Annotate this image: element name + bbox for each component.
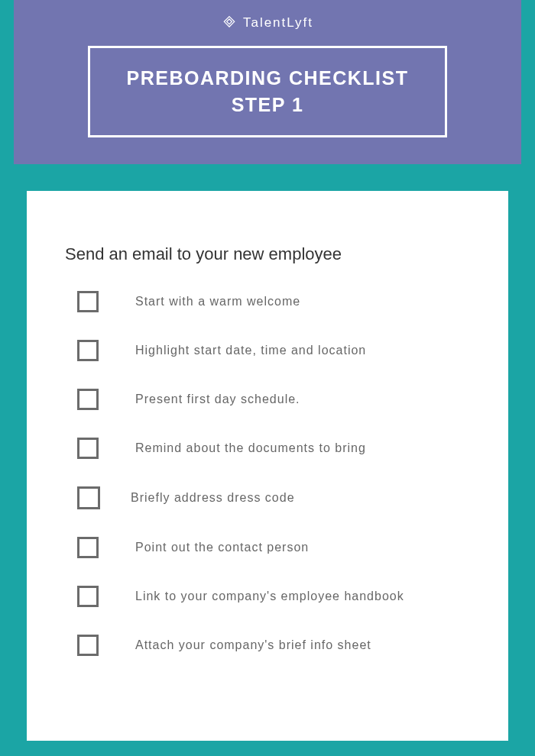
item-label: Link to your company's employee handbook (135, 590, 404, 603)
header-band: TalentLyft PREBOARDING CHECKLIST STEP 1 (14, 0, 521, 164)
title-line-1: PREBOARDING CHECKLIST (98, 65, 437, 92)
checkbox-icon[interactable] (77, 486, 100, 509)
checkbox-icon[interactable] (77, 340, 99, 361)
item-label: Point out the contact person (135, 541, 309, 554)
list-item: Point out the contact person (65, 537, 470, 558)
checkbox-icon[interactable] (77, 291, 99, 312)
list-item: Start with a warm welcome (65, 291, 470, 312)
checkbox-icon[interactable] (77, 389, 99, 410)
item-label: Highlight start date, time and location (135, 344, 366, 357)
list-item: Remind about the documents to bring (65, 438, 470, 459)
title-line-2: STEP 1 (98, 92, 437, 118)
brand: TalentLyft (14, 15, 521, 31)
list-item: Briefly address dress code (65, 486, 470, 509)
content-area: Send an email to your new employee Start… (0, 164, 535, 741)
checkbox-icon[interactable] (77, 635, 99, 656)
brand-logo-icon (222, 15, 237, 31)
checkbox-icon[interactable] (77, 438, 99, 459)
checklist-card: Send an email to your new employee Start… (27, 191, 508, 741)
checkbox-icon[interactable] (77, 537, 99, 558)
list-item: Link to your company's employee handbook (65, 586, 470, 607)
title-box: PREBOARDING CHECKLIST STEP 1 (88, 46, 447, 137)
list-item: Attach your company's brief info sheet (65, 635, 470, 656)
item-label: Start with a warm welcome (135, 295, 300, 309)
list-item: Present first day schedule. (65, 389, 470, 410)
brand-name: TalentLyft (243, 15, 313, 31)
checkbox-icon[interactable] (77, 586, 99, 607)
item-label: Briefly address dress code (131, 491, 295, 505)
checklist: Start with a warm welcome Highlight star… (65, 291, 470, 656)
section-title: Send an email to your new employee (65, 244, 470, 264)
item-label: Remind about the documents to bring (135, 441, 366, 455)
item-label: Present first day schedule. (135, 393, 300, 406)
item-label: Attach your company's brief info sheet (135, 638, 371, 652)
list-item: Highlight start date, time and location (65, 340, 470, 361)
